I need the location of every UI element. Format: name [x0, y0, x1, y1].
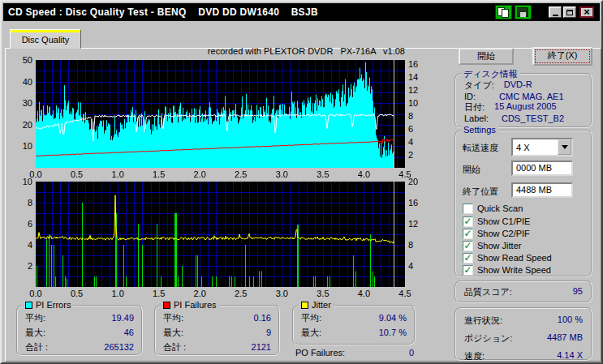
end-pos-label: 終了位置: [463, 186, 498, 198]
checkbox-label: Show Read Speed: [477, 253, 552, 263]
settings-title: Settings: [461, 125, 498, 135]
axis-tick-label: 4.5: [394, 289, 416, 298]
axis-tick-label: 16: [408, 59, 433, 69]
progress-value: 4487 MB: [547, 332, 583, 345]
axis-tick-label: 0.5: [67, 169, 88, 179]
tab-disc-quality[interactable]: Disc Quality: [10, 29, 81, 49]
disc-info-row: タイプ:DVD-R: [456, 79, 591, 92]
axis-tick-label: 20: [408, 177, 433, 186]
axis-tick-label: 0.0: [25, 289, 46, 298]
minimize-icon: [553, 15, 558, 16]
progress-row: 進行状況:100 %: [456, 315, 591, 327]
checkbox-icon: ✓: [463, 265, 473, 276]
jitter-stats-box: Jitter 平均:9.04 % 最大:10.7 %: [292, 305, 416, 345]
copy-icon[interactable]: [495, 5, 512, 19]
window-title: CD Speed : Disc Quality Test - BENQ DVD …: [3, 6, 318, 18]
disc-info-label: タイプ:: [464, 79, 494, 92]
stat-label: 最大:: [163, 327, 183, 338]
jitter-legend: Jitter: [299, 300, 334, 310]
stat-row: 平均:0.16: [156, 312, 278, 323]
axis-tick-label: 8: [5, 198, 32, 208]
axis-tick-label: 6: [408, 124, 433, 134]
disc-info-row: 日付:15 August 2005: [456, 101, 591, 113]
axis-tick-label: 16: [408, 198, 433, 208]
progress-row: 速度:4.14 X: [456, 350, 591, 362]
axis-tick-label: 10: [5, 177, 32, 186]
progress-box: 進行状況:100 % ポジション:4487 MB 速度:4.14 X: [454, 307, 592, 361]
checkbox-show-c2-pif[interactable]: ✓Show C2/PIF: [463, 228, 530, 239]
axis-tick-label: 10: [5, 141, 32, 151]
axis-tick-label: 2.5: [230, 169, 252, 179]
po-failures-label: PO Failures:: [295, 348, 345, 358]
jitter-title: Jitter: [312, 300, 331, 310]
stat-row: 最大:46: [18, 327, 141, 338]
axis-tick-label: 12: [408, 219, 433, 229]
stat-row: 平均:19.49: [18, 312, 141, 323]
stat-row: 最大:9: [156, 327, 278, 338]
minimize-button[interactable]: [549, 6, 562, 18]
checkbox-show-read-speed[interactable]: ✓Show Read Speed: [463, 252, 552, 263]
checkbox-show-c1-pie[interactable]: ✓Show C1/PIE: [463, 216, 530, 227]
disc-info-value: CDS_TEST_B2: [489, 113, 583, 123]
axis-tick-label: 4: [5, 240, 32, 250]
axis-tick-label: 12: [408, 85, 433, 95]
combo-drop-button[interactable]: [558, 139, 571, 155]
settings-box: Settings 転送速度 4 X 開始 0000 MB 終了位置 4488 M…: [454, 130, 592, 277]
axis-tick-label: 2.0: [189, 169, 210, 179]
app-window: CD Speed : Disc Quality Test - BENQ DVD …: [0, 0, 603, 364]
exit-button[interactable]: 終了(X): [532, 47, 592, 66]
stat-row: 最大:10.7 %: [294, 327, 414, 338]
axis-tick-label: 2: [5, 261, 32, 271]
stat-label: 平均:: [301, 312, 321, 323]
stat-row: 合計 :265132: [18, 341, 141, 353]
titlebar[interactable]: CD Speed : Disc Quality Test - BENQ DVD …: [3, 3, 600, 21]
stat-value: 10.7 %: [379, 327, 407, 338]
pi-failures-legend: PI Failures: [161, 300, 219, 310]
axis-tick-label: 30: [5, 98, 32, 108]
stat-value: 265132: [104, 341, 134, 353]
checkbox-show-write-speed[interactable]: ✓Show Write Speed: [463, 264, 551, 276]
axis-tick-label: 1.5: [149, 169, 170, 179]
axis-tick-label: 40: [5, 77, 32, 87]
axis-tick-label: 2.5: [230, 289, 252, 298]
checkbox-icon: ✓: [463, 241, 473, 251]
pi-failures-jitter-chart: [36, 182, 405, 287]
axis-tick-label: 1.5: [149, 289, 170, 298]
checkbox-label: Show C1/PIE: [477, 216, 530, 226]
disc-info-title: ディスク情報: [461, 68, 520, 80]
axis-tick-label: 2: [408, 150, 433, 160]
progress-label: ポジション:: [464, 332, 512, 345]
progress-value: 100 %: [558, 315, 583, 327]
save-icon[interactable]: [515, 5, 532, 19]
close-icon: [584, 8, 590, 16]
axis-tick-label: 3.5: [312, 289, 334, 298]
start-pos-input[interactable]: 0000 MB: [511, 161, 573, 176]
maximize-button[interactable]: [563, 6, 576, 18]
checkbox-show-jitter[interactable]: ✓Show Jitter: [463, 240, 521, 251]
axis-tick-label: 4.0: [353, 169, 374, 179]
axis-tick-label: 14: [408, 72, 433, 82]
disc-info-box: ディスク情報 タイプ:DVD-R ID:CMC MAG. AE1 日付:15 A…: [454, 73, 592, 128]
axis-tick-label: 10: [408, 98, 433, 108]
checkbox-quick-scan[interactable]: Quick Scan: [463, 203, 523, 214]
pi-errors-stats-box: PI Errors 平均:19.49 最大:46 合計 :265132: [16, 305, 143, 356]
quality-score-label: 品質スコア:: [464, 286, 512, 298]
transfer-speed-value: 4 X: [513, 143, 558, 152]
transfer-speed-select[interactable]: 4 X: [511, 138, 573, 156]
start-button[interactable]: 開始: [459, 48, 514, 65]
axis-tick-label: 4: [408, 261, 433, 271]
axis-tick-label: 3.0: [271, 289, 292, 298]
stat-value: 9.04 %: [379, 312, 407, 323]
checkbox-label: Show Jitter: [477, 241, 521, 251]
chevron-down-icon: [562, 145, 568, 149]
disc-info-label: 日付:: [464, 101, 485, 113]
checkbox-label: Show Write Speed: [477, 265, 551, 275]
stat-value: 19.49: [111, 312, 134, 323]
end-pos-input[interactable]: 4488 MB: [511, 182, 573, 198]
stat-value: 2121: [252, 341, 271, 353]
stat-label: 平均:: [25, 312, 45, 323]
close-button[interactable]: [579, 6, 594, 18]
stat-label: 最大:: [25, 327, 45, 338]
stat-row: 平均:9.04 %: [294, 312, 414, 323]
disc-info-label: Label:: [464, 113, 489, 123]
